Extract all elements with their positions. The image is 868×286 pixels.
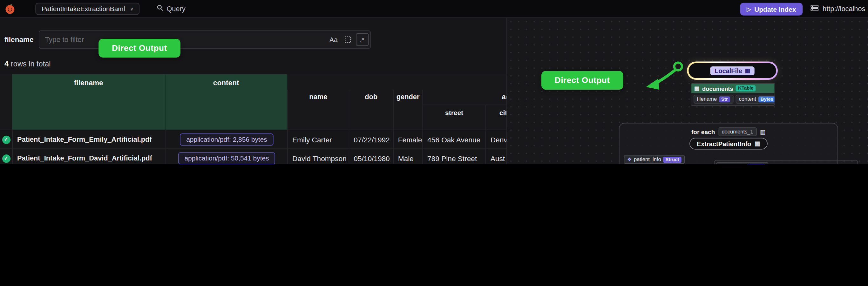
struct-group-chip[interactable]: ❖addressStruct — [716, 162, 769, 164]
struct-icon: ❖ — [627, 156, 631, 163]
project-selector[interactable]: PatientIntakeExtractionBaml ∨ — [36, 3, 140, 15]
cell-street: 789 Pine Street — [422, 149, 486, 164]
row-success-icon: ✓ — [2, 135, 10, 144]
content-type-badge[interactable]: application/pdf: 50,541 bytes — [178, 152, 275, 164]
address-group-box: ❖addressStruct streetStr cityStr stateSt… — [714, 160, 858, 164]
query-tab[interactable]: Query — [157, 4, 186, 13]
filter-input[interactable] — [39, 31, 327, 48]
extract-label: ExtractPatientInfo — [697, 140, 751, 147]
col-header-dob: dob — [349, 90, 393, 129]
struct-group-chip[interactable]: ❖patient_infoStruct — [624, 155, 685, 164]
cell-city: Denv — [486, 130, 506, 149]
struct-icon: ❖ — [720, 163, 724, 164]
field-label: patient_info — [634, 156, 661, 163]
localfile-node[interactable]: LocalFile ▦ — [687, 61, 778, 80]
foreach-header: for each documents_1 ▦ — [620, 127, 837, 136]
documents-title: documents — [702, 85, 733, 92]
match-cell-icon[interactable] — [342, 33, 354, 46]
col-header-content: content — [165, 74, 287, 129]
server-icon — [810, 4, 819, 13]
localfile-label: LocalFile — [715, 67, 742, 74]
type-badge: Str — [719, 96, 730, 102]
app-root: PatientIntakeExtractionBaml ∨ Query ▷ Up… — [0, 0, 868, 164]
grid-icon: ▦ — [760, 128, 766, 135]
extract-node[interactable]: ExtractPatientInfo ▦ — [689, 138, 767, 150]
play-icon: ▷ — [747, 6, 751, 12]
type-badge: Struct — [663, 156, 682, 162]
table-row[interactable]: ✓ Patient_Intake_Form_David_Artificial.p… — [0, 149, 506, 164]
type-badge: Bytes — [758, 96, 775, 102]
rows-total-count: 4 — [4, 60, 8, 68]
col-header-street: street — [422, 105, 486, 130]
search-icon — [157, 4, 163, 13]
content-type-badge[interactable]: application/pdf: 2,856 bytes — [180, 133, 273, 146]
cell-city: Aust — [486, 149, 506, 164]
annotation-arrow — [638, 55, 693, 94]
field-label: content — [739, 96, 756, 102]
app-logo — [4, 3, 16, 14]
cell-filename: Patient_Intake_Form_David_Artificial.pdf — [12, 149, 165, 164]
flow-canvas: Direct Output LocalFile ▦ ▦ documents KT… — [506, 18, 868, 164]
update-index-label: Update Index — [754, 5, 796, 13]
row-success-icon: ✓ — [2, 154, 10, 162]
rows-total: 4rows in total — [4, 60, 51, 68]
grid-icon: ▦ — [745, 68, 750, 74]
foreach-arg-chip[interactable]: documents_1 — [718, 127, 756, 136]
chevron-down-icon: ∨ — [130, 6, 133, 11]
cell-gender: Male — [393, 149, 422, 164]
table-panel: filename Aa .* Direct Output 4rows in to… — [0, 18, 506, 164]
cell-filename: Patient_Intake_Form_Emily_Artificial.pdf — [12, 130, 165, 149]
cell-dob: 05/10/1980 — [349, 149, 393, 164]
documents-table-node[interactable]: ▦ documents KTable filenameStr contentBy… — [691, 83, 775, 105]
filter-input-wrap: Aa .* — [39, 31, 371, 49]
field-label: address — [726, 163, 745, 164]
col-header-address: address — [422, 90, 506, 105]
cell-name: Emily Carter — [287, 130, 348, 149]
header-spacer — [0, 74, 12, 129]
filter-column-label: filename — [4, 36, 34, 44]
foreach-arg: documents_1 — [721, 128, 753, 135]
table-icon: ▦ — [694, 85, 699, 91]
regex-icon[interactable]: .* — [356, 33, 369, 46]
direct-output-annotation: Direct Output — [98, 39, 180, 58]
field-label: filename — [697, 96, 717, 102]
update-index-button[interactable]: ▷ Update Index — [740, 3, 803, 15]
topbar: PatientIntakeExtractionBaml ∨ Query ▷ Up… — [0, 0, 868, 18]
direct-output-annotation-canvas: Direct Output — [541, 71, 623, 90]
server-url[interactable]: http://localhos — [810, 4, 865, 13]
table-row[interactable]: ✓ Patient_Intake_Form_Emily_Artificial.p… — [0, 130, 506, 149]
col-header-filename: filename — [12, 74, 165, 129]
field-chip[interactable]: filenameStr — [693, 95, 733, 104]
server-url-text: http://localhos — [823, 5, 865, 13]
cell-name: David Thompson — [287, 149, 348, 164]
rows-total-suffix: rows in total — [11, 60, 51, 68]
project-selector-value: PatientIntakeExtractionBaml — [42, 5, 125, 13]
type-badge: Struct — [747, 164, 765, 164]
foreach-group: for each documents_1 ▦ ExtractPatientInf… — [619, 123, 838, 164]
cell-street: 456 Oak Avenue — [422, 130, 486, 149]
query-label: Query — [166, 5, 185, 12]
data-table: filename content name dob gender address… — [0, 74, 506, 164]
col-header-city: city — [486, 105, 506, 130]
table-header: filename content name dob gender address… — [0, 74, 506, 130]
field-chip[interactable]: contentBytes — [736, 95, 775, 104]
ktable-badge: KTable — [736, 85, 755, 91]
col-header-gender: gender — [393, 90, 422, 129]
match-case-icon[interactable]: Aa — [327, 33, 340, 46]
foreach-label: for each — [691, 128, 715, 135]
header-spacer — [287, 74, 506, 90]
grid-icon: ▦ — [754, 140, 760, 148]
cell-gender: Female — [393, 130, 422, 149]
cell-dob: 07/22/1992 — [349, 130, 393, 149]
col-header-name: name — [287, 90, 348, 129]
